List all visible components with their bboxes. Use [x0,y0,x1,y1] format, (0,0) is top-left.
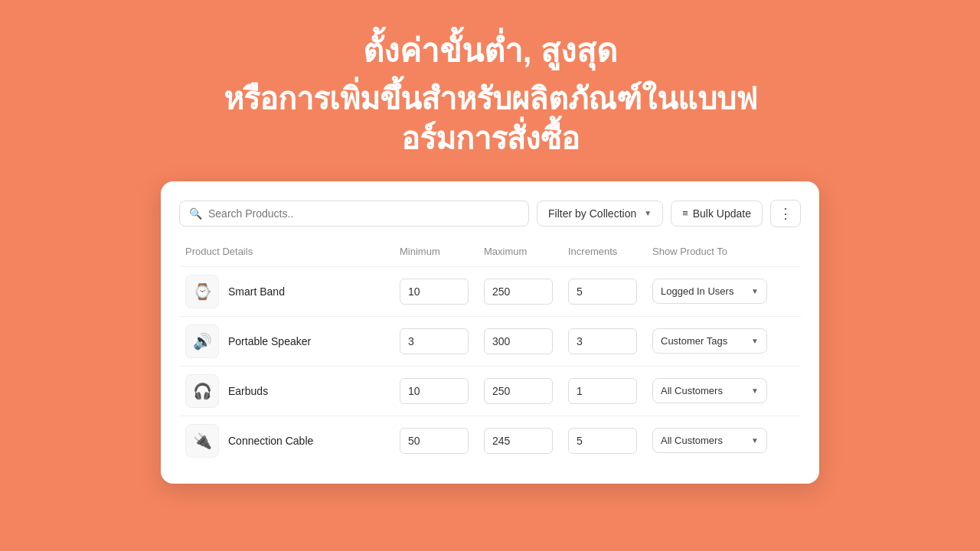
filter-label: Filter by Collection [548,207,636,220]
product-info: ⌚ Smart Band [185,275,400,308]
search-input[interactable] [208,207,519,220]
header-show-product-to: Show Product To [652,246,795,257]
show-product-to-dropdown[interactable]: Customer Tags ▼ [652,328,767,354]
maximum-input[interactable] [484,378,553,404]
minimum-input[interactable] [400,279,469,305]
toolbar: 🔍 Filter by Collection ▼ ≡ Bulk Update ⋮ [179,200,801,227]
maximum-field-wrapper [484,279,568,305]
increments-input[interactable] [568,279,637,305]
chevron-down-icon: ▼ [751,337,759,345]
product-image: ⌚ [185,275,219,308]
product-name: Smart Band [228,285,285,298]
show-to-wrapper: All Customers ▼ [652,378,795,403]
product-name: Connection Cable [228,435,313,447]
table-row: ⌚ Smart Band Logged In Users ▼ [179,266,801,316]
show-to-wrapper: Logged In Users ▼ [652,279,795,304]
increments-field-wrapper [568,328,652,354]
show-to-wrapper: Customer Tags ▼ [652,328,795,354]
increments-input[interactable] [568,378,637,404]
maximum-field-wrapper [484,428,568,454]
maximum-input[interactable] [484,428,553,454]
show-to-value: All Customers [661,385,723,396]
header-increments: Increments [568,246,652,257]
minimum-field-wrapper [400,428,484,454]
minimum-field-wrapper [400,279,484,305]
product-info: 🔊 Portable Speaker [185,324,400,358]
table-row: 🔌 Connection Cable All Customers ▼ [179,416,801,465]
table-header: Product Details Minimum Maximum Incremen… [179,243,801,266]
list-icon: ≡ [682,207,688,219]
product-image: 🔌 [185,424,219,458]
minimum-input[interactable] [400,428,469,454]
increments-field-wrapper [568,279,652,305]
maximum-field-wrapper [484,378,568,404]
maximum-input[interactable] [484,279,553,305]
bulk-update-button[interactable]: ≡ Bulk Update [671,201,763,227]
more-options-button[interactable]: ⋮ [770,200,801,227]
hero-line2: หรือการเพิ่มขึ้นสำหรับผลิตภัณฑ์ในแบบฟ อร… [224,79,757,158]
header-minimum: Minimum [400,246,484,257]
increments-input[interactable] [568,428,637,454]
table-row: 🎧 Earbuds All Customers ▼ [179,366,801,416]
show-product-to-dropdown[interactable]: All Customers ▼ [652,428,767,453]
product-info: 🔌 Connection Cable [185,424,400,458]
show-to-value: All Customers [661,435,723,446]
filter-by-collection-button[interactable]: Filter by Collection ▼ [537,201,663,227]
product-image: 🎧 [185,374,219,408]
increments-input[interactable] [568,328,637,354]
product-info: 🎧 Earbuds [185,374,400,408]
maximum-input[interactable] [484,328,553,354]
show-product-to-dropdown[interactable]: Logged In Users ▼ [652,279,767,304]
product-image: 🔊 [185,324,219,358]
table-row: 🔊 Portable Speaker Customer Tags ▼ [179,316,801,366]
product-rows: ⌚ Smart Band Logged In Users ▼ 🔊 Portabl… [179,266,801,465]
increments-field-wrapper [568,428,652,454]
bulk-update-label: Bulk Update [693,207,751,220]
maximum-field-wrapper [484,328,568,354]
product-name: Earbuds [228,385,268,397]
hero-section: ตั้งค่าขั้นต่ำ, สูงสุด หรือการเพิ่มขึ้นส… [162,0,818,181]
chevron-down-icon: ▼ [751,386,759,395]
product-name: Portable Speaker [228,335,311,347]
hero-line1: ตั้งค่าขั้นต่ำ, สูงสุด [224,31,757,73]
product-table-card: 🔍 Filter by Collection ▼ ≡ Bulk Update ⋮… [161,181,819,484]
header-maximum: Maximum [484,246,568,257]
increments-field-wrapper [568,378,652,404]
show-product-to-dropdown[interactable]: All Customers ▼ [652,378,767,403]
minimum-input[interactable] [400,378,469,404]
show-to-value: Logged In Users [661,285,733,297]
chevron-down-icon: ▼ [644,209,652,217]
chevron-down-icon: ▼ [751,287,759,295]
minimum-field-wrapper [400,328,484,354]
more-icon: ⋮ [779,206,792,221]
search-box: 🔍 [179,201,529,227]
search-icon: 🔍 [189,207,202,220]
show-to-value: Customer Tags [661,335,727,347]
show-to-wrapper: All Customers ▼ [652,428,795,453]
minimum-input[interactable] [400,328,469,354]
chevron-down-icon: ▼ [751,436,759,445]
minimum-field-wrapper [400,378,484,404]
header-product-details: Product Details [185,246,400,257]
